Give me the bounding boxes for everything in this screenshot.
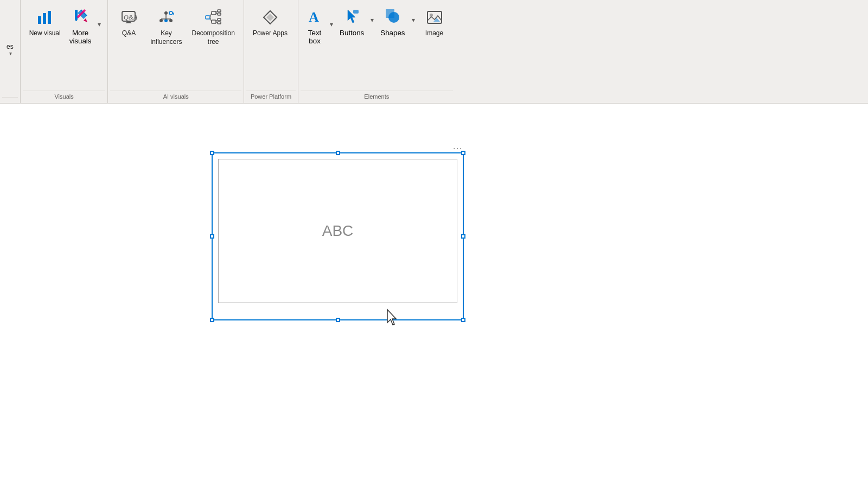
svg-rect-24: [218, 10, 221, 12]
svg-rect-27: [218, 22, 221, 24]
image-label: Image: [425, 29, 443, 38]
decomposition-icon: [203, 8, 223, 27]
power-apps-button[interactable]: Power Apps: [248, 4, 292, 41]
svg-point-9: [164, 11, 168, 15]
qa-label: Q&A: [122, 29, 136, 38]
handle-top-middle[interactable]: [336, 151, 340, 155]
bar-chart-icon: [35, 8, 55, 27]
svg-rect-25: [218, 13, 221, 15]
new-visual-label: New visual: [29, 29, 61, 38]
text-box-label: Textbox: [308, 29, 321, 45]
partial-section-label: [2, 97, 18, 103]
partial-section-btn[interactable]: es ▾: [4, 40, 16, 60]
svg-rect-0: [38, 16, 41, 24]
svg-point-18: [169, 11, 173, 15]
elements-section-label: Elements: [301, 91, 452, 103]
handle-bottom-left[interactable]: [210, 318, 214, 322]
buttons-label: Buttons: [340, 29, 364, 37]
paint-brush-icon: [72, 8, 89, 27]
toolbar-section-elements: A Textbox ▾: [298, 0, 455, 103]
key-influencers-button[interactable]: Keyinfluencers: [146, 4, 186, 49]
text-box-arrow-icon: ▾: [330, 21, 333, 28]
app-container: es ▾ New visual: [0, 0, 868, 488]
key-influencers-icon: [156, 8, 176, 27]
more-visuals-label: Morevisuals: [69, 29, 92, 45]
shapes-arrow-icon: ▾: [412, 16, 415, 24]
shapes-label: Shapes: [380, 29, 405, 37]
text-box-text: ABC: [322, 222, 354, 240]
toolbar-section-power-platform: Power Apps Power Platform: [244, 0, 298, 103]
buttons-dropdown-btn[interactable]: ▾: [367, 16, 376, 28]
buttons-arrow-icon: ▾: [371, 16, 374, 24]
decomposition-tree-label: Decompositiontree: [192, 29, 235, 46]
svg-point-12: [164, 19, 168, 22]
toolbar-section-ai-visuals: Q&A Q&A: [108, 0, 244, 103]
partial-label: es: [7, 43, 14, 50]
handle-top-left[interactable]: [210, 151, 214, 155]
svg-text:A: A: [309, 9, 319, 25]
image-icon: [425, 8, 444, 27]
more-visuals-button[interactable]: Morevisuals: [66, 4, 95, 48]
svg-rect-36: [353, 10, 359, 14]
svg-marker-6: [84, 18, 87, 22]
new-visual-button[interactable]: New visual: [25, 4, 65, 41]
text-box-dropdown-btn[interactable]: ▾: [327, 21, 335, 33]
shapes-split: Shapes ▾: [377, 4, 417, 40]
visuals-section-label: Visuals: [23, 91, 106, 103]
power-apps-label: Power Apps: [253, 29, 288, 38]
text-box-inner-container: ABC: [218, 159, 457, 303]
decomposition-tree-button[interactable]: Decompositiontree: [188, 4, 239, 49]
toolbar: es ▾ New visual: [0, 0, 868, 104]
svg-rect-23: [212, 20, 216, 23]
ai-visuals-section-label: AI visuals: [110, 91, 241, 103]
svg-rect-2: [48, 11, 51, 24]
text-box-split: A Textbox ▾: [303, 4, 335, 48]
canvas-area[interactable]: ··· ABC: [0, 104, 868, 488]
handle-middle-left[interactable]: [210, 234, 214, 239]
power-apps-icon: [260, 8, 280, 27]
power-platform-section-label: Power Platform: [246, 91, 296, 103]
qa-icon: Q&A: [119, 8, 138, 27]
svg-rect-22: [212, 11, 216, 15]
more-visuals-arrow-icon: ▾: [98, 21, 101, 28]
more-visuals-dropdown-btn[interactable]: ▾: [94, 21, 103, 33]
buttons-button[interactable]: Buttons: [336, 4, 367, 40]
buttons-split: Buttons ▾: [336, 4, 376, 40]
svg-rect-26: [218, 18, 221, 21]
text-box-element[interactable]: ··· ABC: [212, 152, 464, 320]
image-button[interactable]: Image: [418, 4, 451, 41]
handle-middle-right[interactable]: [461, 234, 465, 239]
svg-line-29: [210, 17, 212, 22]
element-more-options[interactable]: ···: [453, 144, 463, 152]
qa-button[interactable]: Q&A Q&A: [112, 4, 145, 41]
svg-rect-21: [206, 16, 210, 19]
more-visuals-split: Morevisuals ▾: [66, 4, 104, 48]
shapes-dropdown-btn[interactable]: ▾: [409, 16, 417, 28]
svg-rect-38: [386, 9, 394, 18]
key-influencers-label: Keyinfluencers: [150, 29, 182, 46]
svg-rect-1: [43, 13, 46, 24]
svg-line-28: [210, 13, 212, 17]
toolbar-section-left-partial: es ▾: [0, 0, 21, 103]
text-icon: A: [306, 8, 323, 27]
text-box-button[interactable]: A Textbox: [303, 4, 327, 48]
svg-text:Q&A: Q&A: [124, 14, 137, 21]
svg-rect-3: [75, 10, 78, 20]
buttons-icon: [343, 8, 361, 27]
handle-bottom-right[interactable]: [461, 318, 465, 322]
handle-bottom-middle[interactable]: [336, 318, 340, 322]
shapes-icon: [384, 8, 401, 27]
shapes-button[interactable]: Shapes: [377, 4, 408, 40]
toolbar-section-visuals: New visual: [21, 0, 108, 103]
partial-dropdown-arrow: ▾: [9, 50, 12, 56]
